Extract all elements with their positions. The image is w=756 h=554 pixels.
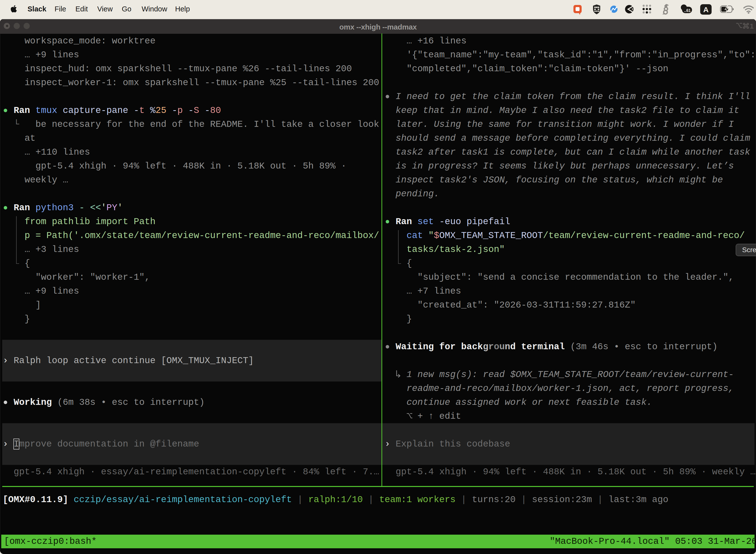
svg-text:A: A — [703, 5, 709, 14]
svg-text:..61: ..61 — [684, 8, 691, 13]
svg-text:1: 1 — [750, 22, 754, 30]
